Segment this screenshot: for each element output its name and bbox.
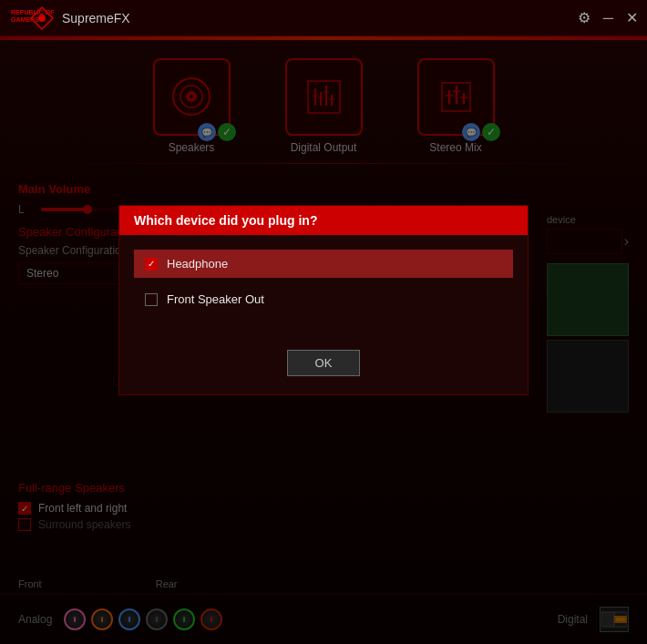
window-controls: ⚙ ─ ✕	[578, 9, 638, 26]
svg-text:REPUBLIC OF: REPUBLIC OF	[11, 9, 55, 15]
modal-footer: OK	[119, 350, 528, 376]
modal-body: ✓ Headphone Front Speaker Out	[119, 235, 528, 335]
front-speaker-checkbox[interactable]	[145, 293, 158, 306]
titlebar: REPUBLIC OF GAMERS SupremeFX ⚙ ─ ✕	[0, 0, 647, 36]
modal-option-front-speaker[interactable]: Front Speaker Out	[134, 285, 513, 313]
close-button[interactable]: ✕	[626, 9, 638, 26]
settings-button[interactable]: ⚙	[578, 9, 591, 26]
main-content: 💬 ✓ Speakers	[0, 36, 647, 644]
headphone-checkbox[interactable]: ✓	[145, 258, 158, 271]
device-plug-modal: Which device did you plug in? ✓ Headphon…	[118, 205, 529, 395]
svg-point-4	[38, 15, 46, 22]
modal-header: Which device did you plug in?	[119, 206, 528, 235]
modal-option-headphone[interactable]: ✓ Headphone	[134, 250, 513, 278]
front-speaker-option-label: Front Speaker Out	[167, 292, 264, 306]
modal-ok-button[interactable]: OK	[287, 350, 361, 376]
minimize-button[interactable]: ─	[603, 10, 613, 26]
app-title: SupremeFX	[62, 11, 130, 26]
headphone-option-label: Headphone	[167, 257, 228, 271]
rog-logo: REPUBLIC OF GAMERS	[9, 5, 55, 31]
